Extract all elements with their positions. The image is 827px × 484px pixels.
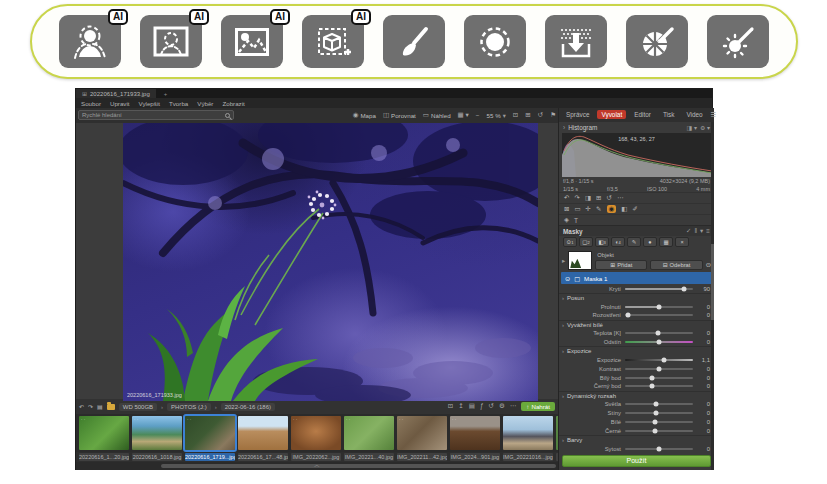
thumbnail-3-selected[interactable]: · · (185, 416, 235, 450)
actual-size-icon[interactable]: ⊞ (525, 111, 530, 119)
thumbnail-caption[interactable]: IMG_202211...42.jpg (397, 453, 447, 461)
breadcrumb-current[interactable]: 2022-06-16 (186) (221, 403, 275, 411)
thumbnail-caption[interactable]: IMG_2024...901.jpg (450, 453, 500, 461)
panel-scrollbar[interactable] (711, 122, 714, 470)
eye-icon[interactable]: ⊙ (565, 275, 570, 282)
masks-panel-header[interactable]: Masky ✓ ‖ ▾ ≡ (559, 225, 714, 236)
fit-screen-icon[interactable]: ⊡ (513, 111, 518, 119)
group-dynamic-range-header[interactable]: ›Dynamický rozsah (559, 391, 714, 400)
mask-subtract-button[interactable]: ⊟ Odebrat (650, 260, 702, 270)
color-wheel-picker-button[interactable] (626, 15, 688, 68)
shape-tool-icon[interactable]: ◈ (564, 216, 569, 224)
thumbnail-caption[interactable]: 20220616_1018.jpg (132, 453, 182, 461)
select-mode-icon[interactable]: ⊡ (448, 402, 453, 411)
filter-icon[interactable]: ƒ (480, 402, 484, 411)
straighten-tool-icon[interactable]: ✛ (586, 205, 591, 213)
image-canvas[interactable]: 20220616_171933.jpg (76, 123, 558, 399)
slider-kontrast[interactable]: Kontrast 0 (559, 364, 714, 373)
more-options-icon[interactable]: ⋯ (617, 194, 624, 202)
ai-select-object-button[interactable]: AI (302, 15, 364, 68)
tab-tisk[interactable]: Tisk (659, 110, 678, 119)
thumbnail-caption[interactable]: IMG_2022062...jpg (291, 453, 341, 461)
mask-brush-tool-icon-active[interactable]: ◉ (607, 205, 617, 213)
retouch-tool-icon[interactable]: ✎ (596, 205, 601, 213)
tab-vyvolat-active[interactable]: Vyvolat (597, 110, 626, 119)
mask-pause-icon[interactable]: ‖ (694, 227, 697, 235)
slider-rozostreni[interactable]: Rozostření 0 (559, 311, 714, 320)
thumbnail-7[interactable]: · · (397, 416, 447, 450)
mask-add-button[interactable]: ⊞ Přidat (595, 260, 647, 270)
group-exposure-header[interactable]: ›Expozice (559, 346, 714, 355)
brush-tool-button[interactable] (383, 15, 445, 68)
menu-upravit[interactable]: Upravit (110, 100, 130, 107)
slider-stiny[interactable]: Stíny 0 (559, 409, 714, 418)
menu-soubor[interactable]: Soubor (81, 100, 101, 107)
mask-subject-tool[interactable]: ⊙1 (563, 237, 577, 247)
mask-dot-tool[interactable]: ● (643, 237, 657, 247)
breadcrumb-drive[interactable]: WD 500GB (119, 403, 157, 411)
histogram-header[interactable]: › Histogram ◨ ▾ ⚙ ▾ (559, 122, 714, 133)
histogram-settings-icon[interactable]: ⚙ ▾ (700, 124, 710, 131)
group-colors-header[interactable]: ›Barvy (559, 435, 714, 444)
thumbnail-5[interactable]: · · (291, 416, 341, 450)
mask-gradient-tool[interactable]: ◐4 (611, 237, 625, 247)
slider-odstin[interactable]: Odstín 0 (559, 338, 714, 347)
slider-expozice[interactable]: Expozice 1,1 (559, 355, 714, 364)
flag-icon[interactable]: ⚑ (550, 111, 556, 119)
folder-view-icon[interactable]: ▤ (469, 402, 475, 411)
new-tab-button[interactable]: + (156, 91, 176, 97)
mask-opacity-slider[interactable]: Krytí 90 (559, 284, 714, 293)
expander-icon[interactable]: ▸ (562, 257, 565, 265)
breadcrumb-folder[interactable]: PHOTOS (J:) (167, 403, 211, 411)
menu-vylepsit[interactable]: Vylepšit (139, 100, 160, 107)
thumbnail-caption[interactable]: IMG_20221...40.jpg (344, 453, 394, 461)
thumbnail-caption[interactable]: 20220616_1...20.jpg (79, 453, 129, 461)
mask-thumbnail[interactable] (568, 251, 592, 270)
thumbnail-caption[interactable]: 20220616_17...48.jpg (238, 453, 288, 461)
pen-tool-icon[interactable]: ✐ (632, 205, 637, 213)
mask-brush-tool[interactable]: ✎ (627, 237, 641, 247)
reset-icon[interactable]: ↺ (607, 194, 612, 202)
menu-vyber[interactable]: Výběr (197, 100, 213, 107)
thumbnail-8[interactable]: · · (450, 416, 500, 450)
active-mask-row[interactable]: ⊙ ▢ Maska 1 (561, 272, 712, 284)
mask-menu-icon[interactable]: ≡ (706, 227, 710, 235)
denoise-import-button[interactable] (545, 15, 607, 68)
compare-button[interactable]: ◫ Porovnat (383, 111, 416, 119)
crop-tool-icon[interactable]: ▭ (574, 205, 580, 213)
slider-sytost[interactable]: Sytost 0 (559, 444, 714, 453)
map-button[interactable]: ◉ Mapa (353, 111, 376, 119)
thumbnail-2[interactable]: · · (132, 416, 182, 450)
forward-button[interactable]: ↷ (88, 403, 93, 410)
upload-button[interactable]: ↑ Nahrát (521, 402, 555, 411)
copy-edits-icon[interactable]: ⊞ (596, 194, 601, 202)
slider-cerne[interactable]: Černé 0 (559, 426, 714, 435)
thumbnail-caption-selected[interactable]: 20220616_1719...jpg (185, 453, 235, 461)
thumbnail-caption[interactable]: IMG_20221016...jpg (503, 453, 553, 461)
menu-tvorba[interactable]: Tvorba (169, 100, 188, 107)
collapse-filmstrip-icon[interactable]: ︿ (314, 461, 320, 470)
filmstrip-scrollbar[interactable]: ︿ (76, 462, 558, 470)
grid-view-icon[interactable]: ▦ ▾ (458, 111, 469, 119)
mask-grid-tool[interactable]: ▦ (659, 237, 673, 247)
thumbnail-9[interactable]: · · (503, 416, 553, 450)
mask-check-icon[interactable]: ✓ (686, 227, 691, 235)
light-picker-button[interactable] (707, 15, 769, 68)
ai-select-subject-button[interactable]: AI (59, 15, 121, 68)
tab-spravce[interactable]: Správce (562, 110, 593, 119)
more-icon[interactable]: ⋯ (510, 402, 517, 411)
histogram-mode-icon[interactable]: ◨ ▾ (687, 124, 697, 131)
circle-selection-button[interactable] (464, 15, 526, 68)
apply-button[interactable]: Použít (562, 455, 711, 467)
rotate-left-icon[interactable]: ↺ (538, 111, 543, 119)
settings-icon[interactable]: ⚙ (499, 402, 505, 411)
gradient-tool-icon[interactable]: ◧ (621, 205, 627, 213)
ai-select-portrait-button[interactable]: AI (140, 15, 202, 68)
before-after-icon[interactable]: ◨ (585, 194, 591, 202)
mask-entry[interactable]: ▸ Objekt ⊞ Přidat ⊟ Odebrat (559, 249, 714, 273)
mask-collapse-icon[interactable]: ▾ (700, 227, 703, 235)
tab-editor[interactable]: Editor (630, 110, 655, 119)
photo-masked-preview[interactable]: 20220616_171933.jpg (123, 123, 538, 401)
menu-zobrazit[interactable]: Zobrazit (222, 100, 244, 107)
slider-prolnuti[interactable]: Prolnutí 0 (559, 302, 714, 311)
